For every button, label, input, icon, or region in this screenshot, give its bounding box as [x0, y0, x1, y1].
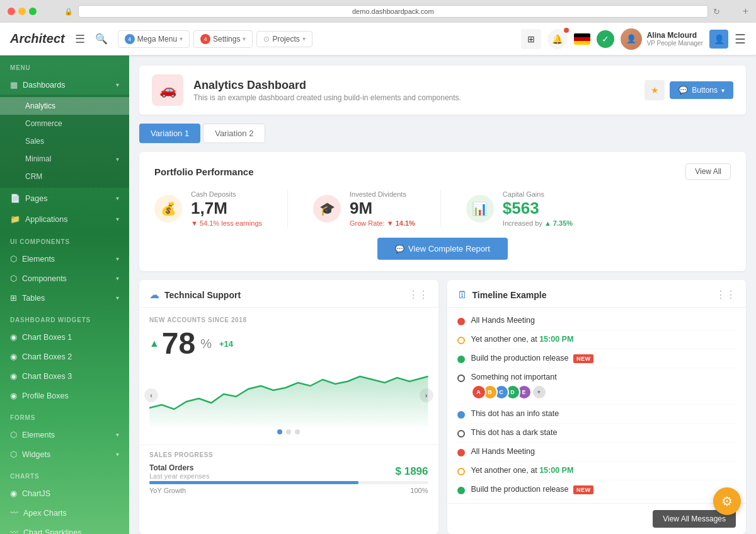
app-body: MENU ▦ Dashboards ▾ Analytics Commerce S… [0, 55, 756, 534]
tables-chevron: ▾ [116, 294, 119, 301]
plus-icon[interactable]: + [743, 6, 748, 17]
check-circle-btn[interactable]: ✓ [597, 30, 614, 48]
view-all-button[interactable]: View All [685, 163, 731, 180]
capital-gains-value: $563 [503, 199, 573, 218]
sidebar-item-chart1[interactable]: ◉ Chart Boxes 1 [0, 327, 129, 347]
user-icon-btn[interactable]: 👤 [709, 30, 728, 49]
timeline-item-9: Build the production release NEW [457, 480, 736, 499]
form-elements-chevron: ▾ [116, 431, 119, 438]
url-bar[interactable]: demo.dashboardpack.com [78, 5, 708, 18]
chart-nav-right[interactable]: › [420, 388, 433, 402]
sidebar-item-commerce[interactable]: Commerce [0, 115, 129, 132]
portfolio-card: Portfolio Performance View All 💰 Cash De… [139, 152, 746, 271]
avatar: 👤 [621, 28, 642, 50]
timeline-list: All Hands Meeting Yet another one, at 15… [447, 308, 747, 503]
maximize-dot[interactable] [29, 8, 37, 15]
star-button[interactable]: ★ [644, 80, 665, 100]
capital-gains-label: Capital Gains [503, 190, 573, 198]
nav-more-icon[interactable]: ☰ [735, 32, 746, 47]
chart2-icon: ◉ [10, 352, 17, 361]
orders-value: $ 1896 [396, 465, 428, 478]
sidebar-item-form-widgets[interactable]: ⬡ Widgets ▾ [0, 444, 129, 464]
user-menu[interactable]: 👤 Alina Mclourd VP People Manager [621, 28, 703, 50]
sales-label: Sales [25, 137, 44, 146]
buttons-dropdown[interactable]: 💬 Buttons ▾ [670, 81, 733, 99]
sidebar-item-chart2[interactable]: ◉ Chart Boxes 2 [0, 347, 129, 366]
top-nav: Architect ☰ 🔍 4 Mega Menu ▾ 4 Settings ▾… [0, 23, 756, 55]
close-dot[interactable] [8, 8, 15, 15]
form-widgets-icon: ⬡ [10, 450, 17, 459]
apex-icon: 〰 [10, 508, 18, 518]
components-chevron: ▾ [116, 275, 119, 282]
page-header: 🚗 Analytics Dashboard This is an example… [139, 66, 746, 115]
tab-variation2[interactable]: Variation 2 [203, 124, 265, 143]
tab-variation1[interactable]: Variation 1 [139, 124, 200, 143]
settings-nav-item[interactable]: 4 Settings ▾ [193, 30, 253, 48]
timeline-panel: 🗓 Timeline Example ⋮⋮ All Hands Meeting [447, 280, 747, 534]
tech-support-menu-icon[interactable]: ⋮⋮ [408, 289, 428, 301]
elements-chevron: ▾ [116, 255, 119, 262]
projects-nav-item[interactable]: ⊙ Projects ▾ [256, 31, 312, 47]
analytics-label: Analytics [25, 102, 55, 110]
sidebar-item-dashboards[interactable]: ▦ Dashboards ▾ [0, 75, 129, 95]
timeline-menu-icon[interactable]: ⋮⋮ [716, 289, 736, 301]
timeline-item-3: Build the production release NEW [457, 349, 736, 368]
sidebar-item-minimal[interactable]: Minimal ▾ [0, 150, 129, 168]
chart1-icon: ◉ [10, 332, 17, 342]
sidebar: MENU ▦ Dashboards ▾ Analytics Commerce S… [0, 55, 129, 534]
chart3-icon: ◉ [10, 371, 17, 381]
sidebar-item-form-elements[interactable]: ⬡ Elements ▾ [0, 425, 129, 444]
hamburger-icon[interactable]: ☰ [75, 32, 85, 46]
minimal-label: Minimal [25, 154, 51, 163]
sidebar-item-elements[interactable]: ⬡ Elements ▾ [0, 249, 129, 269]
sidebar-section-ui: UI COMPONENTS [0, 229, 129, 249]
mega-menu-item[interactable]: 4 Mega Menu ▾ [118, 30, 190, 48]
dashboards-chevron: ▾ [116, 81, 119, 88]
timeline-icon: 🗓 [457, 289, 467, 301]
timeline-item-3-title: Build the production release NEW [471, 354, 594, 363]
dashboards-label: Dashboards [23, 81, 65, 90]
sidebar-item-analytics[interactable]: Analytics [0, 97, 129, 115]
chart3-label: Chart Boxes 3 [22, 372, 72, 381]
sidebar-item-components[interactable]: ⬡ Components ▾ [0, 269, 129, 288]
minimize-dot[interactable] [18, 8, 26, 15]
search-icon[interactable]: 🔍 [95, 33, 108, 45]
sidebar-item-pages[interactable]: 📄 Pages ▾ [0, 188, 129, 209]
carousel-dot-1[interactable] [277, 429, 282, 434]
sidebar-item-applications[interactable]: 📁 Applications ▾ [0, 209, 129, 229]
sidebar-item-sparklines[interactable]: 〰 Chart Sparklines [0, 523, 129, 534]
sidebar-item-apex[interactable]: 〰 Apex Charts [0, 503, 129, 523]
notification-btn[interactable]: 🔔 [547, 29, 568, 49]
profile-icon: ◉ [10, 391, 17, 400]
stat-invested: 🎓 Invested Dividents 9M Grow Rate: ▼ 14.… [313, 190, 415, 227]
capital-gains-change: Increased by ▲ 7.35% [503, 219, 573, 227]
invested-value: 9M [350, 199, 415, 218]
report-icon: 💬 [395, 245, 404, 253]
chartjs-icon: ◉ [10, 489, 17, 498]
sparklines-label: Chart Sparklines [23, 528, 81, 535]
chart-nav-left[interactable]: ‹ [144, 388, 158, 402]
timeline-item-7-title: All Hands Meeting [471, 447, 535, 456]
chat-icon: 💬 [679, 86, 688, 95]
sidebar-item-chartjs[interactable]: ◉ ChartJS [0, 484, 129, 503]
grid-icon-btn[interactable]: ⊞ [521, 29, 541, 49]
sidebar-item-profile[interactable]: ◉ Profile Boxes [0, 386, 129, 405]
flag-icon[interactable] [574, 33, 590, 45]
invested-change: Grow Rate: ▼ 14.1% [350, 219, 415, 227]
carousel-dot-3[interactable] [295, 429, 300, 434]
sidebar-item-crm[interactable]: CRM [0, 168, 129, 185]
browser-traffic-lights [8, 8, 37, 15]
refresh-icon[interactable]: ↻ [713, 7, 720, 16]
logo[interactable]: Architect [10, 32, 65, 46]
elements-icon: ⬡ [10, 254, 17, 264]
view-complete-report-btn[interactable]: 💬 View Complete Report [377, 238, 508, 260]
carousel-dot-2[interactable] [286, 429, 291, 434]
orders-title: Total Orders [149, 463, 209, 472]
sidebar-item-chart3[interactable]: ◉ Chart Boxes 3 [0, 366, 129, 386]
sidebar-item-tables[interactable]: ⊞ Tables ▾ [0, 288, 129, 308]
stat-capital-gains: 📊 Capital Gains $563 Increased by ▲ 7.35… [466, 190, 573, 227]
sidebar-menu-label: MENU [0, 55, 129, 75]
gear-fab[interactable]: ⚙ [713, 487, 741, 515]
pages-chevron: ▾ [116, 195, 119, 202]
sidebar-item-sales[interactable]: Sales [0, 132, 129, 150]
